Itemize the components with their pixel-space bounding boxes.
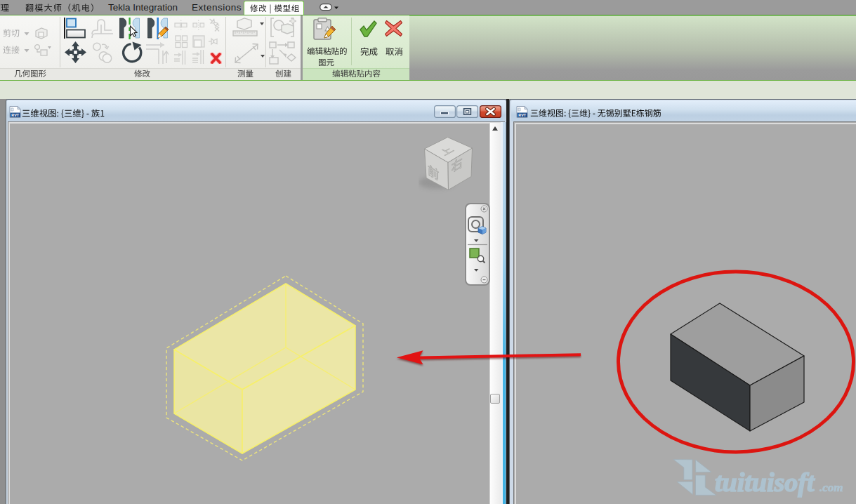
- svg-text:RVT: RVT: [518, 113, 526, 117]
- svg-text:tuituisoft: tuituisoft: [715, 467, 815, 497]
- svg-text:.com: .com: [819, 481, 843, 494]
- svg-text:RVT: RVT: [11, 113, 19, 117]
